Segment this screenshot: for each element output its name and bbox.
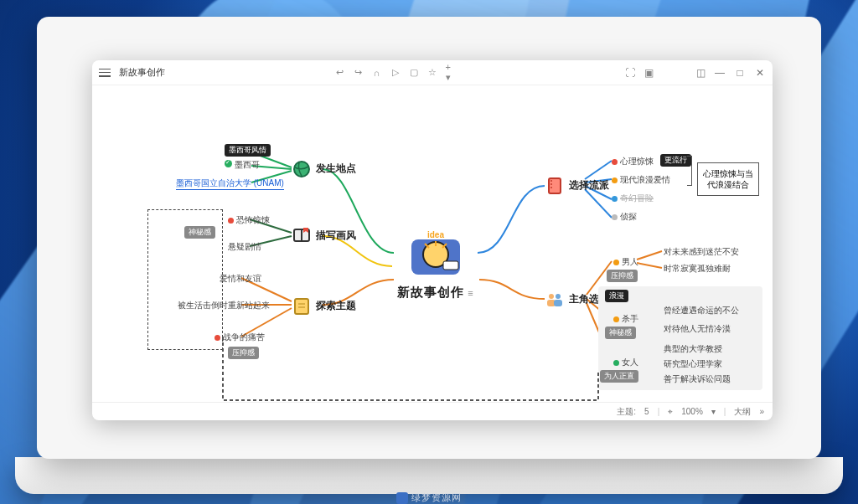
genre-summary[interactable]: 心理惊悚与当代浪漫结合 <box>697 162 759 196</box>
svg-rect-7 <box>295 299 308 314</box>
theme-item-2[interactable]: 战争的痛苦 <box>214 332 265 343</box>
theme-item-0[interactable]: 爱情和友谊 <box>220 273 261 285</box>
add-icon[interactable]: + ▾ <box>446 68 456 78</box>
center-node[interactable]: idea 新故事创作≡ <box>377 228 494 301</box>
redo-icon[interactable]: ▷ <box>390 68 401 78</box>
locate-icon[interactable]: ⌖ <box>668 407 673 417</box>
svg-point-15 <box>556 294 561 299</box>
boundary-box <box>147 209 223 350</box>
mindmap-canvas[interactable]: idea 新故事创作≡ 发生地点 墨西哥风情 墨西哥 墨西哥国立自治大学 (UN… <box>92 85 773 402</box>
romance-tag[interactable]: 浪漫 <box>605 290 628 302</box>
app-title: 新故事创作 <box>119 66 165 79</box>
location-check[interactable]: 墨西哥 <box>225 159 260 171</box>
undo-icon[interactable]: ∩ <box>372 68 382 78</box>
woman-item-2[interactable]: 善于解决诉讼问题 <box>664 373 731 385</box>
watermark-icon <box>396 492 408 504</box>
topics-count: 5 <box>644 407 649 416</box>
outline-button[interactable]: 大纲 <box>734 406 751 418</box>
genre-item-3[interactable]: 侦探 <box>612 211 637 223</box>
app-window: 新故事创作 ↩ ↪ ∩ ▷ ▢ ☆ + ▾ ⛶ ▣ ◫ — □ ✕ <box>92 60 773 420</box>
theme-item-1[interactable]: 被生活击倒时重新站起来 <box>178 300 270 311</box>
idea-icon: idea <box>406 228 465 280</box>
theme-bottom-tag[interactable]: 压抑感 <box>228 347 259 359</box>
killer-item-0[interactable]: 曾经遭遇命运的不公 <box>664 305 739 316</box>
genre-item-0[interactable]: 心理惊悚 <box>612 156 654 167</box>
protagonist-man[interactable]: 男人 <box>613 256 638 268</box>
man-item-1[interactable]: 时常寂寞孤独难耐 <box>664 263 731 275</box>
note-icon <box>292 296 312 316</box>
protagonist-woman[interactable]: 女人 <box>613 357 638 368</box>
genre-item-1[interactable]: 现代浪漫爱情 <box>612 174 670 186</box>
detail-icon[interactable]: ≡ <box>468 288 473 298</box>
man-item-0[interactable]: 对未来感到迷茫不安 <box>664 246 739 258</box>
zoom-dropdown-icon[interactable]: ▾ <box>711 407 716 416</box>
style-item-1[interactable]: 悬疑剧情 <box>228 241 261 253</box>
genre-item-2[interactable]: 奇幻冒险 <box>612 193 654 204</box>
topics-label: 主题: <box>617 406 636 418</box>
laptop-base <box>15 457 843 494</box>
svg-text:idea: idea <box>427 230 444 239</box>
maximize-button[interactable]: □ <box>734 67 746 79</box>
menu-icon[interactable] <box>99 69 111 77</box>
branch-theme[interactable]: 探索主题 <box>292 296 356 316</box>
fullscreen-icon[interactable]: ⛶ <box>625 68 635 78</box>
killer-item-1[interactable]: 对待他人无情冷漠 <box>664 323 731 335</box>
woman-tag[interactable]: 为人正直 <box>600 370 638 383</box>
location-tag[interactable]: 墨西哥风情 <box>225 144 271 157</box>
notebook-icon <box>545 176 565 196</box>
summary-bracket <box>687 156 692 186</box>
panel-icon[interactable]: ◫ <box>695 68 706 78</box>
zoom-level[interactable]: 100% <box>681 407 703 416</box>
branch-location[interactable]: 发生地点 <box>292 159 356 179</box>
svg-rect-17 <box>554 300 562 306</box>
minimize-button[interactable]: — <box>714 67 726 79</box>
toolbar-center: ↩ ↪ ∩ ▷ ▢ ☆ + ▾ <box>335 68 456 78</box>
present-icon[interactable]: ▣ <box>644 68 654 78</box>
svg-point-14 <box>549 294 554 299</box>
svg-point-12 <box>550 183 552 185</box>
woman-item-0[interactable]: 典型的大学教授 <box>664 343 722 355</box>
man-tag[interactable]: 压抑感 <box>607 270 638 282</box>
woman-item-1[interactable]: 研究型心理学家 <box>664 358 722 370</box>
people-icon <box>545 290 565 310</box>
protagonist-killer[interactable]: 杀手 <box>613 313 638 325</box>
center-title[interactable]: 新故事创作 <box>397 285 464 299</box>
svg-point-13 <box>550 187 552 188</box>
close-button[interactable]: ✕ <box>754 67 766 79</box>
svg-rect-3 <box>443 261 458 270</box>
killer-tag[interactable]: 神秘感 <box>605 327 636 339</box>
svg-point-11 <box>550 180 552 182</box>
forward-icon[interactable]: ↪ <box>354 68 364 78</box>
star-icon[interactable]: ☆ <box>427 68 437 78</box>
branch-genre[interactable]: 选择流派 <box>545 176 609 196</box>
statusbar: 主题: 5 | ⌖ 100%▾ | 大纲 » <box>92 402 773 420</box>
globe-icon <box>292 159 312 179</box>
branch-style[interactable]: 描写画风 <box>292 226 356 246</box>
titlebar: 新故事创作 ↩ ↪ ∩ ▷ ▢ ☆ + ▾ ⛶ ▣ ◫ — □ ✕ <box>92 60 773 85</box>
book-icon <box>292 226 312 246</box>
play-icon[interactable]: ▢ <box>409 68 419 78</box>
collapse-icon[interactable]: » <box>759 407 764 416</box>
location-link[interactable]: 墨西哥国立自治大学 (UNAM) <box>176 177 284 190</box>
style-item-0[interactable]: 恐怖惊悚 <box>228 214 270 226</box>
back-icon[interactable]: ↩ <box>335 68 345 78</box>
watermark: 绿梦资源网 <box>396 491 462 504</box>
